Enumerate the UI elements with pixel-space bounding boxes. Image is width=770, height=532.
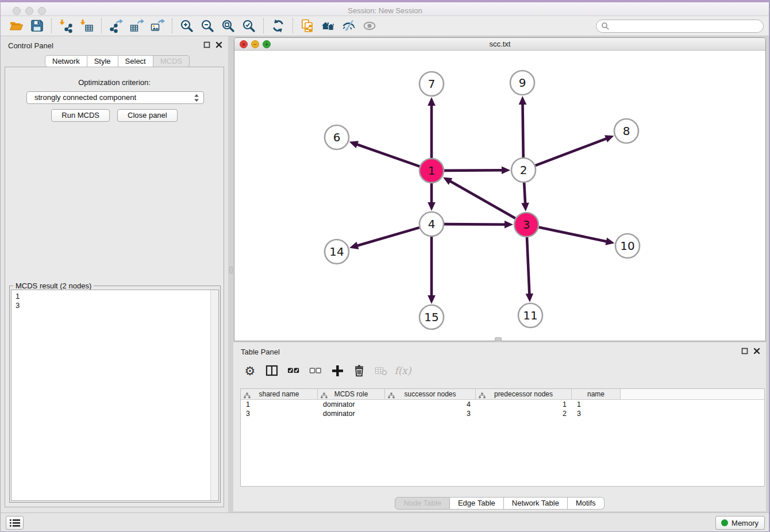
select-all-columns-button[interactable] <box>286 363 301 378</box>
column-layout-button[interactable] <box>264 363 279 378</box>
mcds-result-textarea[interactable]: 13 <box>11 290 219 501</box>
checked-boxes-icon <box>287 364 301 377</box>
graph-edge[interactable] <box>444 224 507 225</box>
tab-style[interactable]: Style <box>87 55 118 67</box>
table-cell[interactable]: 3 <box>241 409 318 418</box>
delete-table-button[interactable] <box>374 363 388 378</box>
frame-close-button[interactable]: × <box>240 40 248 48</box>
function-builder-button[interactable]: f(x) <box>395 363 410 378</box>
zoom-in-button[interactable] <box>176 17 197 34</box>
tab-edge-table[interactable]: Edge Table <box>450 497 504 510</box>
graph-edge[interactable] <box>522 102 523 157</box>
save-session-button[interactable] <box>26 17 47 34</box>
table-row[interactable]: 3dominator323 <box>241 409 764 418</box>
graph-node-label: 11 <box>523 309 537 322</box>
show-selected-button[interactable] <box>359 17 380 34</box>
close-panel-icon[interactable] <box>215 41 222 48</box>
search-field[interactable] <box>596 20 764 33</box>
delete-column-button[interactable] <box>352 363 367 378</box>
table-cell[interactable]: 1 <box>572 400 621 409</box>
tab-mcds[interactable]: MCDS <box>153 55 190 67</box>
graph-edge[interactable] <box>539 228 609 242</box>
table-cell[interactable]: 1 <box>241 400 318 409</box>
refresh-network-button[interactable] <box>268 17 288 34</box>
memory-label: Memory <box>732 519 759 527</box>
zoom-selected-button[interactable] <box>238 17 259 34</box>
frame-minimize-button[interactable]: − <box>251 40 259 48</box>
run-mcds-button[interactable]: Run MCDS <box>51 109 110 122</box>
table-cell[interactable]: 3 <box>572 409 621 418</box>
mcds-panel-body: Optimization criterion: strongly connect… <box>5 67 224 507</box>
column-header[interactable]: shared name <box>241 389 318 399</box>
export-table-button[interactable] <box>126 17 147 34</box>
table-cell[interactable]: 3 <box>385 409 476 418</box>
tab-network[interactable]: Network <box>45 55 87 67</box>
result-line: 1 <box>16 292 214 301</box>
close-panel-button[interactable]: Close panel <box>117 109 178 122</box>
copy-network-icon <box>300 18 315 33</box>
graph-edge-arrowhead <box>521 203 529 211</box>
graph-edge[interactable] <box>356 228 419 246</box>
graph-edge[interactable] <box>524 183 525 205</box>
graph-node-label: 8 <box>623 124 630 138</box>
open-file-button[interactable] <box>6 17 26 34</box>
import-network-button[interactable] <box>56 17 76 34</box>
table-cell[interactable]: 2 <box>476 409 572 418</box>
export-network-button[interactable] <box>106 17 126 34</box>
table-cell[interactable]: 1 <box>476 400 572 409</box>
column-header-filler <box>621 389 764 399</box>
export-table-icon <box>129 18 144 33</box>
graph-edge[interactable] <box>527 237 530 296</box>
criterion-select[interactable]: strongly connected component <box>26 91 204 104</box>
graph-edge[interactable] <box>355 144 419 166</box>
hierarchy-icon <box>244 392 251 399</box>
column-header[interactable]: successor nodes <box>385 389 476 399</box>
copy-network-button[interactable] <box>297 17 318 34</box>
zoom-selected-icon <box>241 18 256 33</box>
export-network-icon <box>109 18 124 33</box>
float-panel-icon[interactable] <box>203 41 210 48</box>
tab-select[interactable]: Select <box>118 55 153 67</box>
column-header[interactable]: MCDS role <box>318 389 385 399</box>
task-history-button[interactable] <box>6 516 24 530</box>
split-divider-handle-vertical[interactable] <box>229 267 233 273</box>
zoom-fit-button[interactable] <box>218 17 238 34</box>
frame-maximize-button[interactable]: + <box>263 40 271 48</box>
tab-motifs[interactable]: Motifs <box>568 497 605 510</box>
toolbar-separator <box>263 18 264 33</box>
column-header[interactable]: name <box>572 389 621 399</box>
home-button[interactable] <box>318 17 338 34</box>
add-column-button[interactable] <box>330 363 345 378</box>
close-panel-icon[interactable] <box>753 348 760 354</box>
tab-network-table[interactable]: Network Table <box>504 497 568 510</box>
split-divider-handle-horizontal[interactable] <box>495 337 502 341</box>
table-settings-button[interactable]: ⚙ <box>242 363 257 378</box>
table-cell[interactable]: dominator <box>318 409 385 418</box>
result-line: 3 <box>16 301 214 310</box>
main-toolbar <box>0 16 770 36</box>
search-input[interactable] <box>610 21 763 32</box>
import-table-button[interactable] <box>76 17 97 34</box>
export-image-button[interactable] <box>147 17 168 34</box>
zoom-out-button[interactable] <box>197 17 218 34</box>
graph-edge[interactable] <box>449 180 515 218</box>
tab-node-table[interactable]: Node Table <box>395 497 450 510</box>
float-panel-icon[interactable] <box>741 348 748 354</box>
deselect-all-columns-button[interactable] <box>308 363 323 378</box>
network-canvas[interactable]: 7968124314101511 <box>234 51 765 341</box>
column-header-label: predecessor nodes <box>494 390 553 398</box>
fx-icon: f(x) <box>394 365 411 376</box>
open-folder-icon <box>9 18 24 33</box>
table-cell[interactable]: dominator <box>318 400 385 409</box>
column-layout-icon <box>265 364 279 377</box>
result-scrollbar[interactable] <box>210 290 218 500</box>
column-header-label: MCDS role <box>334 390 368 398</box>
graph-edge[interactable] <box>444 170 504 171</box>
memory-button[interactable]: Memory <box>715 516 765 530</box>
table-row[interactable]: 1dominator411 <box>241 400 764 409</box>
hide-selected-button[interactable] <box>338 17 359 34</box>
column-header[interactable]: predecessor nodes <box>476 389 572 399</box>
network-graph[interactable]: 7968124314101511 <box>234 51 765 341</box>
table-cell[interactable]: 4 <box>385 400 476 409</box>
graph-edge[interactable] <box>536 138 609 165</box>
